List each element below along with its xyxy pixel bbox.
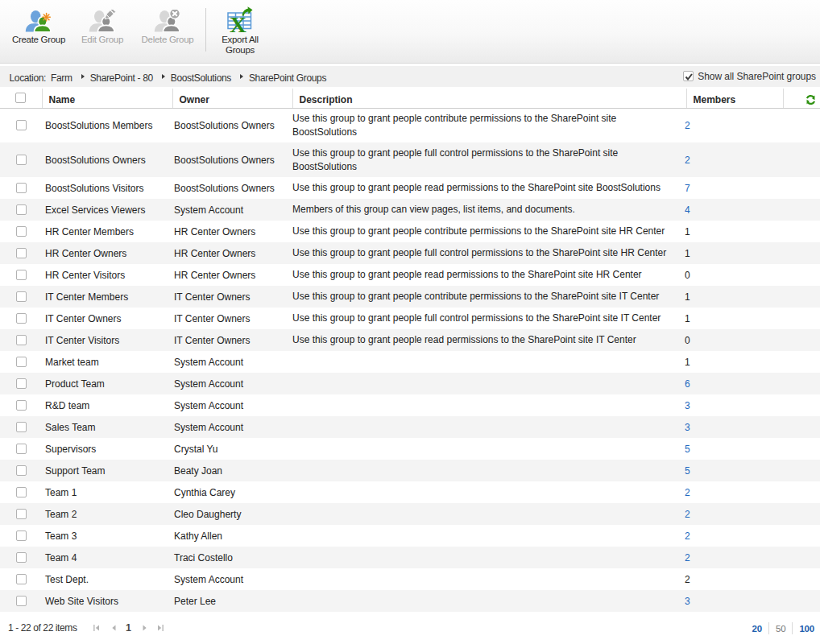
svg-text:X: X — [230, 13, 246, 34]
